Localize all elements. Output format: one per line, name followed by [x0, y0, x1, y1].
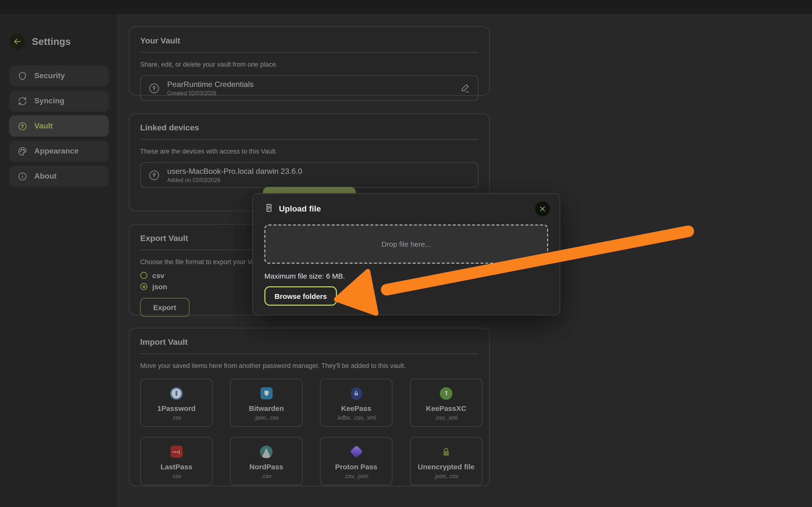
radio-label: json	[152, 282, 167, 291]
keyhole-icon	[148, 169, 160, 181]
tile-formats: .csv	[261, 473, 271, 479]
tile-name: Unencrypted file	[418, 462, 474, 470]
settings-sidebar: Settings Security Syncing Vault Appearan…	[0, 14, 118, 507]
sidebar-item-label: Security	[34, 71, 65, 80]
tile-formats: .csv	[171, 414, 182, 420]
tile-name: NordPass	[249, 462, 283, 470]
file-dropzone[interactable]: Drop file here...	[264, 225, 548, 264]
radio-icon	[140, 283, 147, 290]
window-titlebar	[0, 0, 812, 14]
app-window: Settings Security Syncing Vault Appearan…	[0, 0, 812, 507]
keepass-icon	[351, 386, 362, 400]
close-button[interactable]	[535, 201, 550, 216]
sidebar-item-label: About	[34, 172, 57, 181]
info-icon	[17, 171, 28, 181]
your-vault-card: Your Vault Share, edit, or delete your v…	[129, 26, 490, 96]
document-icon	[264, 203, 273, 214]
tile-formats: .csv	[171, 473, 182, 479]
tile-name: Proton Pass	[335, 462, 377, 470]
sidebar-header: Settings	[9, 33, 109, 50]
modal-header: Upload file	[264, 201, 550, 216]
sidebar-item-vault[interactable]: Vault	[9, 115, 109, 137]
device-name: users-MacBook-Pro.local darwin 23.6.0	[167, 167, 302, 176]
card-title: Linked devices	[140, 123, 478, 133]
card-title: Import Vault	[140, 338, 478, 347]
tile-name: LastPass	[160, 462, 192, 470]
divider	[140, 139, 478, 139]
vault-name: PearRuntime Credentials	[167, 80, 254, 89]
keyhole-icon	[148, 82, 160, 95]
sidebar-item-about[interactable]: About	[9, 166, 109, 187]
device-row: users-MacBook-Pro.local darwin 23.6.0 Ad…	[140, 162, 478, 188]
keepassxc-icon	[440, 386, 452, 400]
sync-icon	[17, 96, 28, 106]
import-tile-keepassxc[interactable]: KeePassXC .csv, .xml	[410, 379, 483, 427]
radio-icon	[140, 272, 147, 279]
divider	[140, 353, 478, 354]
close-icon	[539, 205, 546, 213]
dropzone-label: Drop file here...	[382, 240, 431, 248]
edit-vault-button[interactable]	[459, 82, 471, 94]
import-tile-proton-pass[interactable]: Proton Pass .csv, .json	[320, 437, 393, 485]
card-description: These are the devices with access to thi…	[140, 148, 478, 155]
vault-row: PearRuntime Credentials Created 02/03/20…	[140, 75, 478, 101]
sidebar-item-label: Appearance	[34, 147, 79, 156]
keyhole-icon	[17, 121, 28, 131]
divider	[140, 52, 478, 53]
proton-pass-icon	[352, 445, 361, 459]
import-sources-grid: 1Password .csv Bitwarden .json, .csv Kee…	[140, 379, 478, 485]
shield-icon	[17, 70, 28, 81]
modal-title: Upload file	[279, 204, 321, 214]
vault-created-date: Created 02/03/2026	[167, 90, 254, 96]
sidebar-item-label: Syncing	[34, 97, 64, 105]
1password-icon	[170, 386, 183, 400]
card-title: Your Vault	[140, 36, 478, 46]
lastpass-icon: •••|	[170, 445, 183, 459]
page-title: Settings	[32, 36, 71, 47]
sidebar-item-label: Vault	[34, 122, 53, 130]
export-button[interactable]: Export	[140, 298, 189, 317]
tile-formats: .csv, .xml	[435, 414, 457, 420]
tile-formats: .kdbx, .csv, .xml	[337, 414, 376, 420]
import-tile-bitwarden[interactable]: Bitwarden .json, .csv	[230, 379, 303, 427]
tile-name: 1Password	[157, 404, 196, 412]
import-tile-lastpass[interactable]: •••| LastPass .csv	[140, 437, 213, 485]
card-description: Share, edit, or delete your vault from o…	[140, 61, 478, 68]
tile-name: Bitwarden	[249, 404, 284, 412]
browse-folders-button[interactable]: Browse folders	[264, 286, 337, 306]
import-tile-unencrypted[interactable]: Unencrypted file .json, .csv	[410, 437, 483, 485]
device-added-date: Added on 02/03/2026	[167, 177, 302, 183]
sidebar-item-syncing[interactable]: Syncing	[9, 90, 109, 112]
sidebar-item-security[interactable]: Security	[9, 65, 109, 87]
tile-formats: .csv, .json	[344, 473, 368, 479]
import-vault-card: Import Vault Move your saved items here …	[129, 328, 490, 486]
radio-label: csv	[152, 271, 164, 280]
import-tile-nordpass[interactable]: NordPass .csv	[230, 437, 303, 485]
import-tile-1password[interactable]: 1Password .csv	[140, 379, 213, 427]
upload-file-modal: Upload file Drop file here... Maximum fi…	[252, 193, 560, 315]
max-file-size-text: Maximum file size: 6 MB.	[264, 272, 345, 280]
padlock-icon	[441, 445, 451, 459]
tile-name: KeePassXC	[426, 404, 466, 412]
tile-name: KeePass	[341, 404, 371, 412]
palette-icon	[17, 146, 28, 157]
sidebar-item-appearance[interactable]: Appearance	[9, 140, 109, 162]
tile-formats: .json, .csv	[434, 473, 458, 479]
card-description: Move your saved items here from another …	[140, 362, 478, 370]
bitwarden-icon	[260, 386, 272, 400]
nordpass-icon	[260, 445, 272, 459]
sidebar-nav: Security Syncing Vault Appearance About	[9, 65, 109, 187]
pencil-icon	[460, 82, 470, 93]
import-tile-keepass[interactable]: KeePass .kdbx, .csv, .xml	[320, 379, 393, 427]
back-button[interactable]	[9, 33, 26, 50]
tile-formats: .json, .csv	[254, 414, 278, 420]
arrow-left-icon	[12, 37, 22, 46]
